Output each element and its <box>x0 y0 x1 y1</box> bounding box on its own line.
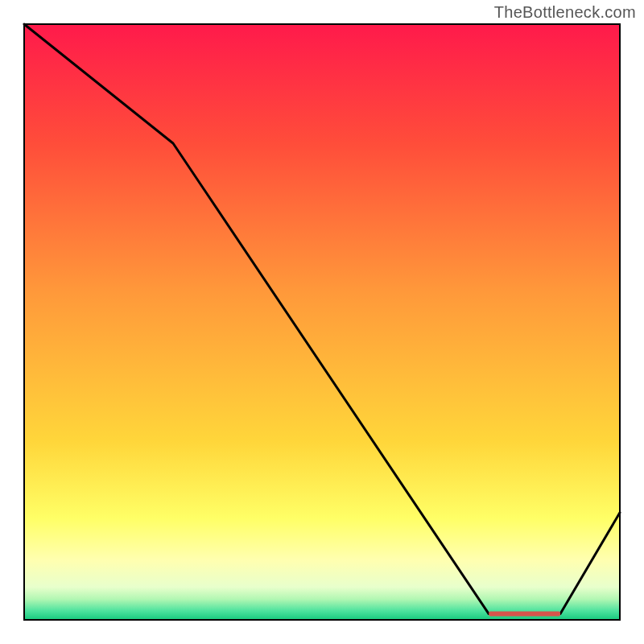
plot-background <box>24 24 620 620</box>
sweet-spot-marker <box>489 612 560 617</box>
bottleneck-chart <box>0 0 644 644</box>
watermark-text: TheBottleneck.com <box>494 3 636 22</box>
